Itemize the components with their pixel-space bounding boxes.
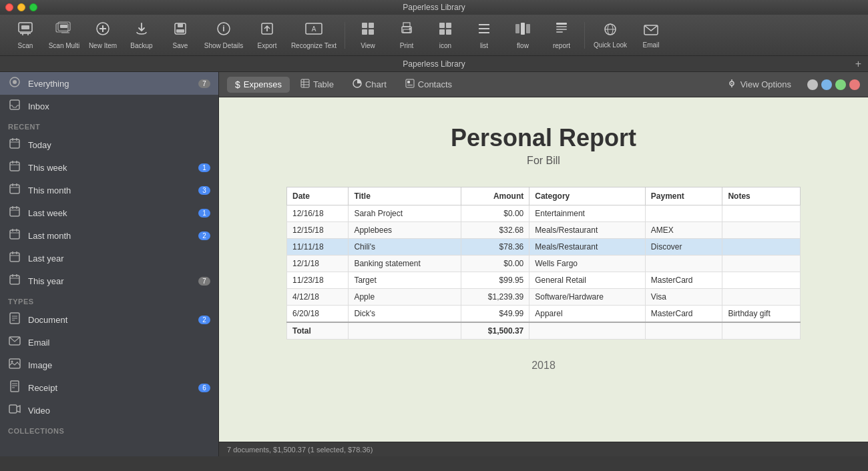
flow-view-button[interactable]: flow bbox=[504, 17, 541, 53]
sidebar-video-label: Video bbox=[28, 406, 210, 416]
color-dot-grey[interactable] bbox=[807, 79, 818, 90]
svg-point-84 bbox=[11, 361, 13, 363]
sidebar-item-this-year[interactable]: This year 7 bbox=[0, 270, 218, 292]
cell-amount: $99.95 bbox=[461, 272, 529, 289]
svg-rect-62 bbox=[10, 207, 19, 216]
sidebar-item-today[interactable]: Today bbox=[0, 133, 218, 156]
color-dot-blue[interactable] bbox=[821, 79, 832, 90]
sidebar-item-video[interactable]: Video bbox=[0, 399, 218, 422]
svg-rect-32 bbox=[446, 29, 451, 35]
report-subtitle: For Bill bbox=[527, 155, 560, 167]
table-row[interactable]: 4/12/18 Apple $1,239.39 Software/Hardwar… bbox=[287, 289, 801, 306]
sidebar-this-month-label: This month bbox=[28, 185, 192, 195]
table-row[interactable]: 12/15/18 Applebees $32.68 Meals/Restaura… bbox=[287, 222, 801, 239]
color-dot-red[interactable] bbox=[849, 79, 860, 90]
cell-notes bbox=[722, 272, 801, 289]
tab-expenses[interactable]: $ Expenses bbox=[227, 77, 290, 93]
svg-rect-95 bbox=[406, 79, 414, 87]
recognize-text-icon: A bbox=[304, 21, 323, 40]
table-row[interactable]: 11/23/18 Target $99.95 General Retail Ma… bbox=[287, 272, 801, 289]
image-icon bbox=[8, 358, 21, 372]
sidebar-item-inbox[interactable]: Inbox bbox=[0, 95, 218, 117]
export-button[interactable]: Export bbox=[248, 17, 286, 53]
report-view-icon bbox=[554, 21, 569, 40]
sidebar-receipt-label: Receipt bbox=[28, 383, 192, 393]
table-row[interactable]: 12/16/18 Sarah Project $0.00 Entertainme… bbox=[287, 205, 801, 222]
color-dot-green[interactable] bbox=[835, 79, 846, 90]
sidebar-item-image[interactable]: Image bbox=[0, 354, 218, 376]
svg-point-28 bbox=[409, 27, 411, 29]
add-tab-button[interactable]: + bbox=[855, 58, 861, 70]
tab-contacts[interactable]: Contacts bbox=[397, 76, 460, 93]
scan-button[interactable]: Scan bbox=[7, 17, 44, 53]
report-view-button[interactable]: report bbox=[543, 17, 580, 53]
sidebar-item-last-month[interactable]: Last month 2 bbox=[0, 224, 218, 247]
sidebar-item-this-week[interactable]: This week 1 bbox=[0, 156, 218, 179]
view-button[interactable]: View bbox=[349, 17, 387, 53]
show-details-button[interactable]: i Show Details bbox=[200, 17, 247, 53]
save-button[interactable]: Save bbox=[162, 17, 199, 53]
svg-rect-21 bbox=[362, 23, 367, 28]
table-row[interactable]: 12/1/18 Banking statement $0.00 Wells Fa… bbox=[287, 256, 801, 272]
total-label: Total bbox=[287, 322, 349, 340]
sidebar-today-label: Today bbox=[28, 140, 210, 150]
backup-button[interactable]: Backup bbox=[123, 17, 160, 53]
print-button[interactable]: Print bbox=[388, 17, 425, 53]
maximize-button[interactable] bbox=[29, 3, 37, 11]
sidebar-item-this-month[interactable]: This month 3 bbox=[0, 179, 218, 201]
svg-rect-41 bbox=[556, 29, 567, 30]
sidebar-this-week-label: This week bbox=[28, 163, 192, 173]
document-icon bbox=[8, 312, 21, 327]
minimize-button[interactable] bbox=[17, 3, 25, 11]
sidebar-recent-section: RECENT bbox=[0, 117, 218, 133]
sidebar-email-label: Email bbox=[28, 338, 210, 348]
col-title: Title bbox=[349, 187, 461, 205]
list-view-button[interactable]: list bbox=[465, 17, 503, 53]
tab-table[interactable]: Table bbox=[292, 76, 342, 93]
save-label: Save bbox=[173, 42, 188, 49]
view-options-button[interactable]: View Options bbox=[718, 76, 799, 93]
quick-look-label: Quick Look bbox=[594, 41, 627, 49]
total-amount: $1,500.37 bbox=[461, 322, 529, 340]
flow-label: flow bbox=[517, 42, 529, 49]
cell-payment: MasterCard bbox=[645, 306, 722, 323]
scan-multi-button[interactable]: Scan Multi bbox=[45, 17, 83, 53]
table-row[interactable]: 11/11/18 Chili's $78.36 Meals/Restaurant… bbox=[287, 239, 801, 256]
sidebar-item-last-year[interactable]: Last year bbox=[0, 247, 218, 270]
quick-look-button[interactable]: Quick Look bbox=[589, 17, 632, 53]
chart-label: Chart bbox=[365, 79, 387, 89]
svg-rect-31 bbox=[439, 29, 445, 35]
sidebar-last-month-label: Last month bbox=[28, 231, 192, 241]
email-button[interactable]: Email bbox=[633, 17, 669, 53]
new-item-button[interactable]: New Item bbox=[84, 17, 122, 53]
recognize-text-button[interactable]: A Recognize Text bbox=[287, 17, 341, 53]
sidebar-item-receipt[interactable]: Receipt 6 bbox=[0, 376, 218, 399]
table-row[interactable]: 6/20/18 Dick's $49.99 Apparel MasterCard… bbox=[287, 306, 801, 323]
cell-date: 6/20/18 bbox=[287, 306, 349, 323]
close-button[interactable] bbox=[5, 3, 13, 11]
svg-rect-40 bbox=[556, 26, 567, 27]
cell-amount: $32.68 bbox=[461, 222, 529, 239]
traffic-lights bbox=[5, 3, 37, 11]
sidebar-item-last-week[interactable]: Last week 1 bbox=[0, 201, 218, 224]
video-icon bbox=[8, 404, 21, 416]
svg-rect-70 bbox=[10, 253, 19, 262]
total-empty-2 bbox=[529, 322, 646, 340]
sidebar-everything-badge: 7 bbox=[198, 79, 210, 88]
sidebar-receipt-badge: 6 bbox=[198, 384, 210, 392]
cell-payment: AMEX bbox=[645, 222, 722, 239]
toolbar-sep-1 bbox=[345, 22, 345, 49]
everything-icon bbox=[8, 76, 21, 91]
svg-rect-38 bbox=[526, 24, 530, 33]
tab-chart[interactable]: Chart bbox=[345, 76, 395, 93]
sidebar-item-everything[interactable]: Everything 7 bbox=[0, 72, 218, 95]
print-label: Print bbox=[400, 42, 414, 49]
sidebar-item-document[interactable]: Document 2 bbox=[0, 308, 218, 331]
sidebar-item-email[interactable]: Email bbox=[0, 331, 218, 354]
cell-category: General Retail bbox=[529, 272, 646, 289]
icon-view-button[interactable]: icon bbox=[427, 17, 464, 53]
email-label: Email bbox=[642, 41, 659, 49]
sidebar-types-section: TYPES bbox=[0, 292, 218, 308]
svg-rect-49 bbox=[10, 100, 19, 109]
cell-notes bbox=[722, 205, 801, 222]
